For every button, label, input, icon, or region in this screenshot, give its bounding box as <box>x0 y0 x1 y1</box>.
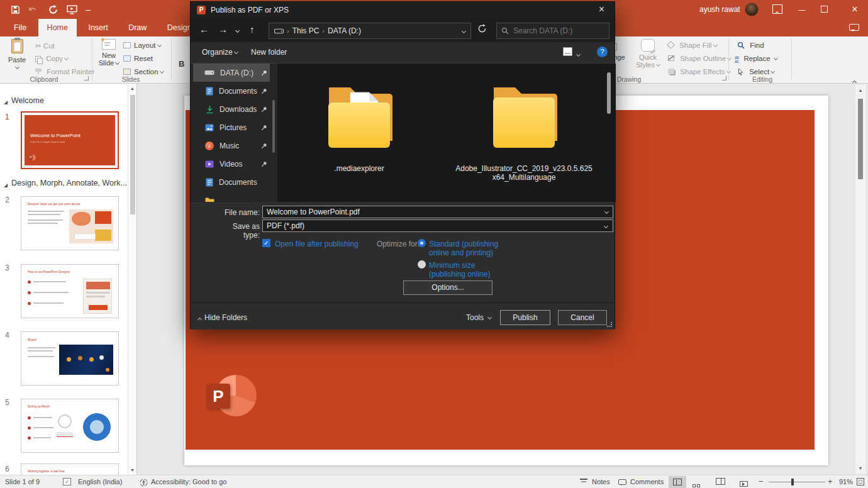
breadcrumb-data-drive[interactable]: DATA (D:) <box>328 26 361 35</box>
clipboard-dialog-launcher[interactable] <box>84 76 89 80</box>
scroll-down-icon[interactable]: ▼ <box>855 466 865 470</box>
nav-forward-button[interactable]: → <box>218 24 228 35</box>
slide-thumbnail-6[interactable]: Working together in real time <box>21 463 119 475</box>
view-slide-sorter-button[interactable] <box>693 479 700 488</box>
options-button[interactable]: Options... <box>403 280 492 295</box>
tab-home[interactable]: Home <box>38 19 77 36</box>
optimize-standard-radio[interactable] <box>418 239 426 247</box>
nav-up-button[interactable]: ↑ <box>250 24 255 35</box>
maximize-button[interactable] <box>821 6 828 13</box>
slide-thumbnail-1[interactable]: Welcome to PowerPoint 5 tips for a simpl… <box>21 111 119 169</box>
slide-thumbnail-4[interactable]: Morph <box>21 331 119 385</box>
redo-icon[interactable] <box>45 0 60 21</box>
ribbon-display-options-icon[interactable] <box>772 4 782 14</box>
zoom-slider-track[interactable] <box>769 482 825 482</box>
search-input[interactable] <box>513 26 601 35</box>
view-normal-button[interactable] <box>669 476 686 488</box>
optimize-standard-label-1[interactable]: Standard (publishing <box>429 240 498 248</box>
view-selector-icon[interactable] <box>563 47 572 56</box>
file-name-input[interactable] <box>262 206 613 218</box>
file-tile-mediaexplorer[interactable]: .mediaexplorer <box>296 74 422 173</box>
sidebar-item-videos[interactable]: Videos <box>193 155 270 173</box>
accessibility-status[interactable]: Accessibility: Good to go <box>151 475 226 488</box>
language-indicator[interactable]: English (India) <box>78 475 122 488</box>
scroll-down-icon[interactable]: ▼ <box>128 468 136 472</box>
section-title[interactable]: Welcome <box>11 96 44 105</box>
search-box[interactable] <box>496 23 609 39</box>
zoom-level[interactable]: 91% <box>839 475 853 488</box>
replace-button[interactable]: abac Replace <box>735 55 777 64</box>
slide-thumbnail-5[interactable]: Setting up Morph <box>21 399 119 453</box>
shape-effects-button[interactable]: Shape Effects <box>668 68 730 75</box>
file-tile-adobe-illustrator[interactable]: Adobe_Illustrator_CC_2019_v23.0.5.625 x6… <box>455 74 593 182</box>
select-button[interactable]: Select <box>737 68 774 75</box>
bold-button[interactable]: B <box>179 59 184 69</box>
shape-fill-button[interactable]: Shape Fill <box>668 42 717 49</box>
organize-menu[interactable]: Organize <box>202 48 238 57</box>
section-button[interactable]: Section <box>123 68 164 75</box>
user-name[interactable]: ayush rawat <box>699 0 740 19</box>
sidebar-item-downloads[interactable]: Downloads <box>193 100 270 118</box>
publish-button[interactable]: Publish <box>500 310 550 325</box>
format-painter-button[interactable]: Format Painter <box>35 68 94 75</box>
sidebar-item-music[interactable]: ♪ Music <box>193 136 270 155</box>
zoom-in-button[interactable]: + <box>828 475 833 488</box>
sidebar-item-pictures[interactable]: Pictures <box>193 118 270 136</box>
fit-to-window-button[interactable] <box>857 478 864 485</box>
notes-button[interactable]: Notes <box>592 475 610 488</box>
new-folder-button[interactable]: New folder <box>251 48 287 57</box>
slide-counter[interactable]: Slide 1 of 9 <box>5 475 40 488</box>
reset-button[interactable]: Reset <box>123 55 153 62</box>
optimize-minimum-radio[interactable] <box>418 260 426 269</box>
drawing-dialog-launcher[interactable] <box>722 76 726 80</box>
comments-button[interactable]: Comments <box>630 475 664 488</box>
sidebar-item-folder-partial[interactable] <box>193 191 270 202</box>
new-slide-button[interactable]: ✦ New Slide <box>96 39 122 67</box>
canvas-scrollbar[interactable]: ▲ ▼ <box>855 85 865 474</box>
cancel-button[interactable]: Cancel <box>558 310 607 325</box>
paste-button[interactable]: Paste <box>4 39 30 71</box>
close-button[interactable]: × <box>845 0 864 19</box>
dialog-close-button[interactable]: × <box>599 4 604 15</box>
save-icon[interactable] <box>8 0 23 21</box>
comments-bubble-icon[interactable] <box>849 24 859 31</box>
view-reading-button[interactable] <box>716 478 725 485</box>
scroll-up-icon[interactable]: ▲ <box>128 84 136 91</box>
section-collapse-icon[interactable]: ◢ <box>4 182 8 188</box>
resize-grip[interactable] <box>607 322 612 327</box>
section-title[interactable]: Design, Morph, Annotate, Work... <box>11 179 127 187</box>
hide-folders-button[interactable]: Hide Folders <box>198 313 247 322</box>
avatar[interactable] <box>745 3 759 16</box>
sidebar-item-documents[interactable]: Documents <box>193 82 270 100</box>
scroll-up-icon[interactable]: ▲ <box>855 85 865 92</box>
help-button[interactable]: ? <box>597 47 608 57</box>
breadcrumb-dropdown-icon[interactable] <box>462 28 466 33</box>
slide-thumbnail-3[interactable]: How to use PowerPoint Designer <box>21 264 119 318</box>
shape-outline-button[interactable]: Shape Outline <box>668 55 731 62</box>
tab-insert[interactable]: Insert <box>79 19 116 36</box>
refresh-button[interactable] <box>477 24 487 35</box>
cut-button[interactable]: ✂ Cut <box>35 42 55 50</box>
file-list-scrollbar[interactable] <box>607 72 611 114</box>
breadcrumb[interactable]: › This PC › DATA (D:) <box>269 23 471 39</box>
slide-thumbnail-2[interactable]: Designer helps you get your point across <box>21 196 119 250</box>
spellcheck-icon[interactable]: ✓ <box>63 478 71 485</box>
open-after-checkbox[interactable]: ✓ <box>262 239 270 247</box>
undo-icon[interactable] <box>25 0 40 21</box>
tab-draw[interactable]: Draw <box>120 19 155 36</box>
zoom-slider-handle[interactable] <box>791 479 794 485</box>
save-type-select[interactable]: PDF (*.pdf) <box>262 219 613 232</box>
tools-menu[interactable]: Tools <box>466 313 491 322</box>
quick-styles-button[interactable]: Quick Styles <box>632 39 664 69</box>
breadcrumb-this-pc[interactable]: This PC <box>292 26 320 35</box>
find-button[interactable]: Find <box>737 42 764 49</box>
zoom-out-button[interactable]: − <box>759 475 764 488</box>
tab-file[interactable]: File <box>5 19 35 36</box>
optimize-minimum-label-1[interactable]: Minimum size <box>429 261 475 270</box>
sidebar-scrollbar[interactable] <box>272 100 275 153</box>
view-slideshow-button[interactable] <box>740 478 748 488</box>
copy-button[interactable]: Copy <box>35 55 68 62</box>
minimize-button[interactable]: — <box>793 0 811 19</box>
nav-back-button[interactable]: ← <box>199 24 209 35</box>
dialog-title-bar[interactable]: P Publish as PDF or XPS × <box>191 2 615 18</box>
